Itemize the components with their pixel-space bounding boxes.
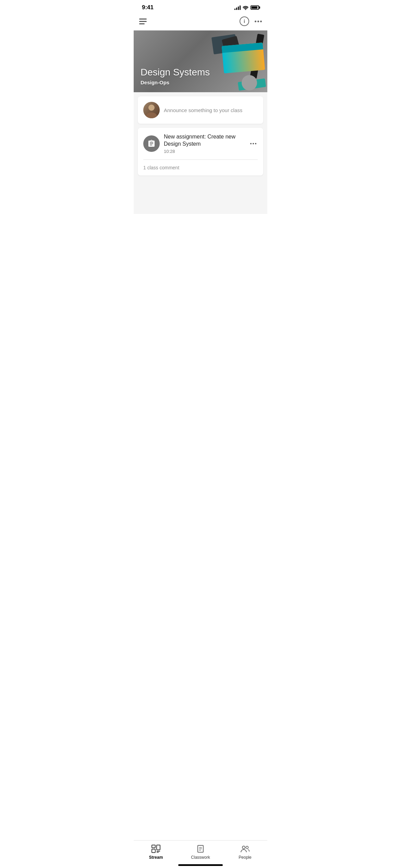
info-button[interactable]: i	[240, 16, 249, 26]
status-time: 9:41	[142, 4, 154, 11]
notebook-decoration	[222, 43, 265, 73]
main-content: Announce something to your class New ass…	[134, 92, 267, 214]
course-banner: Design Systems Design-Ops	[134, 31, 267, 92]
battery-icon	[251, 5, 259, 10]
assignment-info: New assignment: Create new Design System…	[164, 133, 245, 154]
avatar	[143, 102, 160, 118]
comment-count: 1 class comment	[143, 165, 179, 170]
menu-button[interactable]	[139, 19, 147, 24]
banner-text: Design Systems Design-Ops	[141, 67, 210, 85]
assignment-footer[interactable]: 1 class comment	[138, 160, 263, 176]
assignment-time: 10:28	[164, 149, 245, 154]
nav-right: i	[240, 16, 262, 26]
circle-decoration	[242, 75, 257, 91]
wifi-icon	[243, 5, 248, 10]
course-subtitle: Design-Ops	[141, 80, 210, 85]
assignment-header: New assignment: Create new Design System…	[138, 128, 263, 159]
assignment-title: New assignment: Create new Design System	[164, 133, 245, 148]
announce-card[interactable]: Announce something to your class	[138, 96, 263, 124]
assignment-card[interactable]: New assignment: Create new Design System…	[138, 128, 263, 176]
status-icons	[234, 5, 259, 10]
nav-left	[139, 19, 147, 24]
assignment-more-button[interactable]	[249, 142, 258, 146]
status-bar: 9:41	[134, 0, 267, 14]
course-title: Design Systems	[141, 67, 210, 78]
info-label: i	[244, 19, 245, 24]
announce-placeholder: Announce something to your class	[164, 107, 242, 113]
more-button[interactable]	[255, 21, 262, 22]
signal-icon	[234, 5, 241, 10]
assignment-icon	[143, 135, 160, 152]
clipboard-icon	[147, 140, 156, 148]
top-nav: i	[134, 14, 267, 31]
